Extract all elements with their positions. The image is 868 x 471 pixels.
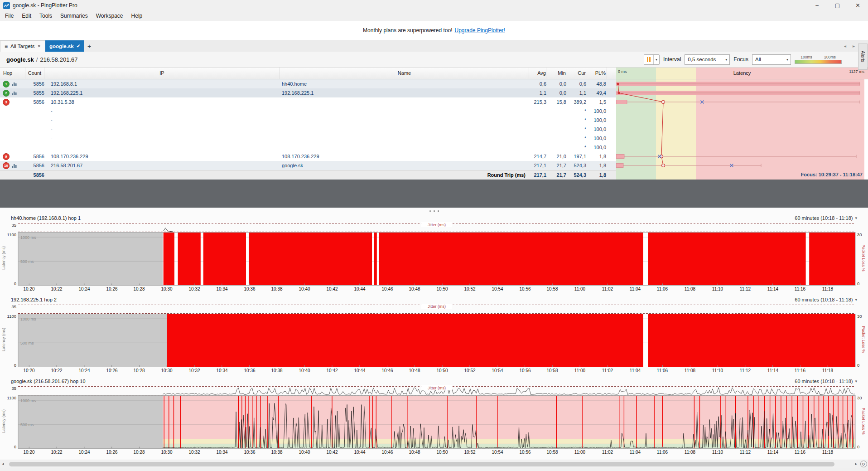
graph-range-selector[interactable]: 60 minutes (10:18 - 11:18)▾	[795, 379, 868, 384]
timeline-plot[interactable]: 1000 ms500 ms11000300	[0, 395, 868, 449]
tab-google-sk[interactable]: google.sk ✔	[45, 40, 84, 52]
time-tick-label: 10:42	[321, 368, 343, 373]
time-tick-label: 11:08	[679, 368, 701, 373]
graph-title: google.sk (216.58.201.67) hop 10	[0, 379, 86, 384]
tab-scroll-right-icon[interactable]: ▸	[853, 44, 855, 49]
time-tick-label: 10:54	[487, 368, 508, 373]
time-tick-label: 10:32	[183, 286, 205, 291]
hop-status-dot: 1	[3, 81, 10, 87]
time-tick-label: 10:56	[514, 286, 536, 291]
menu-workspace[interactable]: Workspace	[92, 13, 127, 19]
menu-summaries[interactable]: Summaries	[56, 13, 92, 19]
tab-bar: ≡ All Targets ✕ google.sk ✔ + ◂ ▸ ▾	[0, 40, 868, 52]
header-min[interactable]: Min	[546, 68, 566, 79]
header-ip[interactable]: IP	[44, 68, 280, 79]
minimize-button[interactable]: –	[807, 0, 827, 11]
svg-text:35: 35	[11, 304, 16, 309]
hop-row-blank-3[interactable]: -*100,0	[0, 107, 616, 116]
hop-row-blank-6[interactable]: -*100,0	[0, 134, 616, 143]
hop-row-9[interactable]: 95856108.170.236.229108.170.236.229214,7…	[0, 152, 616, 161]
close-tab-icon[interactable]: ✕	[38, 44, 41, 49]
target-host: google.sk	[6, 56, 34, 63]
hop-status-dot: 2	[3, 90, 10, 97]
maximize-button[interactable]: ▢	[827, 0, 848, 11]
graph-range-selector[interactable]: 60 minutes (10:18 - 11:18)▾	[795, 215, 868, 221]
time-tick-label: 10:46	[376, 368, 398, 373]
time-tick-label: 11:10	[707, 286, 728, 291]
header-name[interactable]: Name	[280, 68, 529, 79]
hop-row-blank-4[interactable]: -*100,0	[0, 116, 616, 125]
time-tick-label: 10:32	[183, 368, 205, 373]
svg-text:1000 ms: 1000 ms	[20, 235, 36, 240]
hop-row-blank-7[interactable]: -*100,0	[0, 143, 616, 152]
hop-row-3[interactable]: 3585610.31.5.38215,315,8389,21,5	[0, 97, 616, 107]
tab-scroll-left-icon[interactable]: ◂	[844, 44, 846, 49]
time-tick-label: 11:18	[817, 368, 839, 373]
time-tick-label: 10:26	[101, 368, 123, 373]
time-tick-label: 11:10	[707, 450, 728, 455]
time-tick-label: 10:56	[514, 450, 536, 455]
time-tick-label: 11:14	[762, 450, 784, 455]
new-tab-button[interactable]: +	[84, 40, 94, 52]
time-tick-label: 10:56	[514, 368, 536, 373]
hop-row-10[interactable]: 105856216.58.201.67google.sk217,121,7524…	[0, 161, 616, 170]
menu-edit[interactable]: Edit	[18, 13, 35, 19]
splitter-handle[interactable]	[0, 208, 868, 214]
time-tick-label: 10:20	[18, 450, 40, 455]
close-button[interactable]: ✕	[848, 0, 868, 11]
hop-row-blank-5[interactable]: -*100,0	[0, 125, 616, 134]
menu-file[interactable]: File	[1, 13, 18, 19]
menu-bar: File Edit Tools Summaries Workspace Help	[0, 11, 868, 21]
chevron-down-icon: ▾	[855, 379, 857, 384]
svg-text:0: 0	[857, 363, 859, 367]
time-tick-label: 11:16	[789, 368, 811, 373]
time-tick-label: 10:40	[294, 450, 315, 455]
time-tick-label: 11:16	[789, 450, 811, 455]
header-cur[interactable]: Cur	[566, 68, 586, 79]
time-tick-label: 10:26	[101, 450, 123, 455]
time-tick-label: 11:18	[817, 450, 839, 455]
header-avg[interactable]: Avg	[529, 68, 546, 79]
jitter-strip: Jitter (ms)35	[0, 385, 868, 395]
timeline-plot[interactable]: 1000 ms500 ms11000300	[0, 314, 868, 367]
time-tick-label: 10:54	[487, 286, 508, 291]
time-tick-label: 10:24	[73, 286, 95, 291]
packet-loss-axis-label: Packet Loss %	[861, 319, 866, 360]
svg-text:1100: 1100	[7, 232, 16, 237]
header-latency: 0 ms Latency 1127 ms	[616, 68, 868, 79]
time-tick-label: 10:30	[156, 286, 178, 291]
alerts-tab[interactable]: Alerts	[858, 44, 868, 70]
time-tick-label: 11:02	[597, 450, 618, 455]
hop-row-2[interactable]: 25855192.168.225.1192.168.225.11,10,01,1…	[0, 88, 616, 97]
hop-table-body: 15856192.168.8.1hh40.home0,60,00,648,825…	[0, 79, 616, 170]
timeline-plot[interactable]: 1000 ms500 ms11000300	[0, 232, 868, 286]
focus-select[interactable]: All ▾	[752, 54, 791, 65]
header-count[interactable]: Count	[25, 68, 44, 79]
svg-text:30: 30	[857, 395, 862, 400]
menu-tools[interactable]: Tools	[35, 13, 56, 19]
auto-scroll-button[interactable]: ⟳	[860, 461, 867, 467]
upgrade-link[interactable]: Upgrade PingPlotter!	[455, 27, 505, 34]
scrollbar-thumb[interactable]	[9, 462, 834, 466]
tab-all-targets[interactable]: ≡ All Targets ✕	[0, 40, 45, 52]
svg-text:0: 0	[857, 281, 859, 286]
graph-range-selector[interactable]: 60 minutes (10:18 - 11:18)▾	[795, 297, 868, 302]
hop-row-1[interactable]: 15856192.168.8.1hh40.home0,60,00,648,8	[0, 79, 616, 88]
header-pl[interactable]: PL%	[586, 68, 607, 79]
horizontal-scrollbar[interactable]: ◂ ▸ ⟳	[0, 460, 868, 468]
time-tick-label: 10:58	[541, 286, 563, 291]
scroll-left-arrow-icon[interactable]: ◂	[2, 461, 4, 466]
interval-select[interactable]: 0,5 seconds ▾	[685, 54, 730, 65]
time-tick-label: 10:20	[18, 286, 40, 291]
pause-options-caret-icon[interactable]: ▾	[653, 55, 659, 64]
time-tick-label: 10:32	[183, 450, 205, 455]
round-trip-label: Round Trip (ms)	[280, 172, 529, 178]
scroll-right-arrow-icon[interactable]: ▸	[855, 461, 857, 466]
pause-button[interactable]: ▾	[644, 54, 660, 65]
latency-axis-label: Latency (ms)	[1, 322, 6, 357]
header-hop[interactable]: Hop	[0, 68, 25, 79]
menu-help[interactable]: Help	[127, 13, 147, 19]
time-tick-label: 10:48	[404, 286, 425, 291]
tab-google-sk-label: google.sk	[49, 44, 74, 49]
latency-scale-max: 1127 ms	[849, 69, 864, 74]
